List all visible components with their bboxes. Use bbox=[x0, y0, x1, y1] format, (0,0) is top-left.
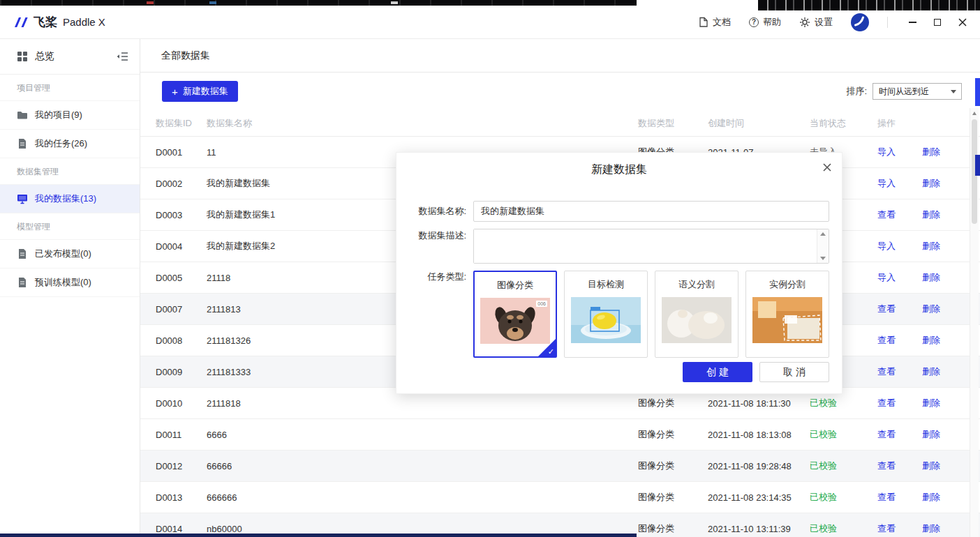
new-dataset-button[interactable]: + 新建数据集 bbox=[162, 81, 238, 102]
delete-link[interactable]: 删除 bbox=[922, 177, 940, 190]
delete-link[interactable]: 删除 bbox=[922, 303, 940, 315]
cell-created-time: 2021-11-10 13:11:39 bbox=[708, 524, 810, 534]
artifact-speck bbox=[147, 1, 154, 4]
view-link[interactable]: 查看 bbox=[877, 303, 896, 315]
sort-select[interactable]: 时间从远到近 bbox=[873, 83, 962, 100]
sidebar-item-my-tasks[interactable]: 我的任务(26) bbox=[0, 130, 140, 158]
help-button[interactable]: ? 帮助 bbox=[749, 16, 781, 29]
folder-icon bbox=[17, 109, 28, 121]
delete-link[interactable]: 删除 bbox=[922, 397, 940, 409]
cancel-button[interactable]: 取 消 bbox=[759, 362, 829, 382]
sidebar-item-pretrained-models[interactable]: 预训练模型(0) bbox=[0, 268, 140, 297]
delete-link[interactable]: 删除 bbox=[922, 334, 940, 347]
settings-button[interactable]: 设置 bbox=[799, 16, 833, 29]
delete-link[interactable]: 删除 bbox=[922, 522, 940, 535]
scroll-up-arrow-icon[interactable] bbox=[820, 232, 826, 236]
delete-link[interactable]: 删除 bbox=[922, 271, 940, 284]
modal-close-icon[interactable] bbox=[822, 162, 832, 172]
cell-data-type: 图像分类 bbox=[638, 397, 708, 409]
import-link[interactable]: 导入 bbox=[877, 240, 896, 252]
dataset-icon bbox=[17, 193, 28, 204]
avatar[interactable] bbox=[851, 13, 869, 31]
delete-link[interactable]: 删除 bbox=[922, 491, 940, 504]
delete-link[interactable]: 删除 bbox=[922, 240, 940, 252]
row-actions: 查看删除 bbox=[877, 522, 940, 535]
cell-dataset-id: D0010 bbox=[156, 398, 207, 409]
delete-link[interactable]: 删除 bbox=[922, 365, 940, 378]
task-card-title: 实例分割 bbox=[746, 278, 829, 291]
scrollbar-up-arrow-icon[interactable] bbox=[972, 112, 977, 115]
minimize-button[interactable] bbox=[907, 17, 917, 27]
docs-button[interactable]: 文档 bbox=[699, 16, 731, 29]
brand-name-en: Paddle X bbox=[63, 16, 105, 28]
task-card-semantic-segmentation[interactable]: 语义分割 bbox=[655, 271, 738, 358]
cell-dataset-id: D0011 bbox=[156, 430, 207, 440]
view-link[interactable]: 查看 bbox=[877, 209, 896, 221]
cell-data-type: 图像分类 bbox=[638, 522, 708, 535]
scroll-down-arrow-icon[interactable] bbox=[820, 257, 826, 260]
row-actions: 查看删除 bbox=[877, 428, 940, 441]
cell-dataset-id: D0009 bbox=[156, 367, 207, 377]
document-icon bbox=[699, 17, 708, 27]
view-link[interactable]: 查看 bbox=[877, 397, 896, 409]
window-controls bbox=[906, 17, 972, 27]
section-title-datasets: 数据集管理 bbox=[0, 158, 140, 185]
docs-label: 文档 bbox=[713, 16, 731, 29]
sidebar-item-my-datasets[interactable]: 我的数据集(13) bbox=[0, 185, 140, 213]
row-actions: 查看删除 bbox=[877, 365, 940, 378]
view-link[interactable]: 查看 bbox=[877, 491, 896, 504]
overview-label: 总览 bbox=[35, 50, 54, 63]
close-button[interactable] bbox=[958, 17, 967, 27]
delete-link[interactable]: 删除 bbox=[922, 428, 940, 441]
sidebar-item-overview[interactable]: 总览 bbox=[0, 39, 140, 75]
dataset-name-input[interactable] bbox=[473, 201, 829, 222]
delete-link[interactable]: 删除 bbox=[922, 209, 940, 221]
grid-icon bbox=[17, 51, 28, 62]
view-link[interactable]: 查看 bbox=[877, 522, 896, 535]
sidebar-item-published-models[interactable]: 已发布模型(0) bbox=[0, 240, 140, 268]
task-card-object-detection[interactable]: 目标检测 bbox=[564, 271, 648, 358]
help-label: 帮助 bbox=[763, 16, 781, 29]
table-row: D001266666图像分类2021-11-08 19:28:48已校验查看删除 bbox=[140, 451, 980, 482]
dataset-desc-textarea[interactable] bbox=[474, 229, 829, 263]
view-link[interactable]: 查看 bbox=[877, 428, 896, 441]
sidebar-item-label: 我的任务(26) bbox=[35, 137, 87, 150]
cell-dataset-name: 66666 bbox=[207, 461, 638, 471]
delete-link[interactable]: 删除 bbox=[922, 146, 940, 158]
create-button[interactable]: 创 建 bbox=[683, 362, 752, 382]
task-type-cards: 图像分类006✓目标检测语义分割实例分割 bbox=[473, 271, 829, 358]
sort-value: 时间从远到近 bbox=[879, 86, 929, 98]
collapse-sidebar-icon[interactable] bbox=[116, 52, 128, 61]
import-link[interactable]: 导入 bbox=[877, 271, 896, 284]
view-link[interactable]: 查看 bbox=[877, 365, 896, 378]
cell-data-type: 图像分类 bbox=[638, 460, 708, 472]
sidebar: 总览 项目管理 我的项目(9) 我的任务(26) 数据集管理 bbox=[0, 39, 140, 537]
import-link[interactable]: 导入 bbox=[877, 146, 896, 158]
sidebar-item-my-projects[interactable]: 我的项目(9) bbox=[0, 101, 140, 130]
check-icon: ✓ bbox=[548, 347, 554, 356]
overview-row: 总览 bbox=[17, 50, 54, 63]
textarea-scrollbar[interactable] bbox=[817, 229, 829, 263]
delete-link[interactable]: 删除 bbox=[922, 460, 940, 472]
column-header-data-type: 数据类型 bbox=[638, 117, 708, 130]
sidebar-item-label: 已发布模型(0) bbox=[35, 248, 91, 260]
view-link[interactable]: 查看 bbox=[877, 460, 896, 472]
cell-created-time: 2021-11-08 23:14:35 bbox=[708, 492, 810, 503]
cell-dataset-id: D0012 bbox=[156, 461, 207, 471]
brand-name-cn: 飞桨 bbox=[34, 14, 57, 30]
row-actions: 查看删除 bbox=[877, 491, 940, 504]
document-icon bbox=[17, 248, 28, 259]
task-card-image-classification[interactable]: 图像分类006✓ bbox=[473, 271, 557, 358]
task-card-instance-segmentation[interactable]: 实例分割 bbox=[745, 271, 829, 358]
row-actions: 查看删除 bbox=[877, 397, 940, 409]
plus-icon: + bbox=[172, 86, 178, 97]
maximize-button[interactable] bbox=[933, 17, 942, 27]
view-link[interactable]: 查看 bbox=[877, 334, 896, 347]
dataset-desc-field bbox=[473, 229, 829, 264]
import-link[interactable]: 导入 bbox=[877, 177, 896, 190]
status-badge: 已校验 bbox=[810, 491, 877, 504]
task-card-thumbnail bbox=[571, 297, 641, 343]
cell-dataset-id: D0014 bbox=[156, 524, 207, 534]
task-type-label: 任务类型: bbox=[415, 271, 473, 358]
tab-all-datasets[interactable]: 全部数据集 bbox=[161, 50, 210, 62]
